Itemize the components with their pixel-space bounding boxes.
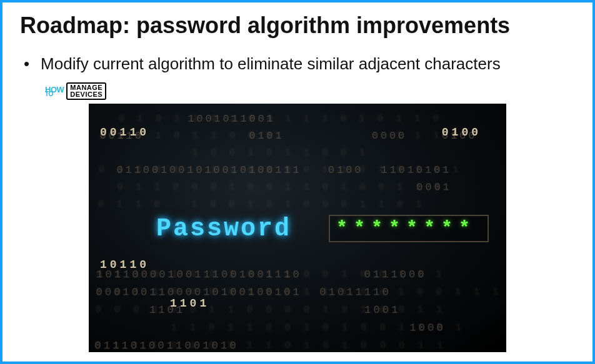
badge-to: TO (45, 91, 53, 97)
bullet-item: • Modify current algorithm to eliminate … (24, 52, 575, 75)
password-field: ******** (329, 215, 489, 242)
page-title: Roadmap: password algorithm improvements (20, 12, 575, 39)
binary-highlight: 10110 (100, 258, 149, 271)
hero-image: 0 1 0 1 1 0 1 0 0 1 1 1 0 1 0 1 1 0 1 0 … (89, 104, 506, 352)
bullet-text: Modify current algorithm to eliminate si… (41, 52, 501, 75)
badge-line2: DEVICES (70, 91, 102, 98)
binary-highlight: 1101 (170, 297, 209, 310)
password-label: Password (156, 215, 291, 243)
binary-highlight: 00110 (100, 126, 149, 139)
watermark-badge: HOW TO MANAGE DEVICES (45, 82, 106, 100)
password-mask: ******** (336, 218, 476, 239)
binary-highlight: 0100 (442, 126, 481, 139)
bullet-marker: • (24, 52, 29, 75)
